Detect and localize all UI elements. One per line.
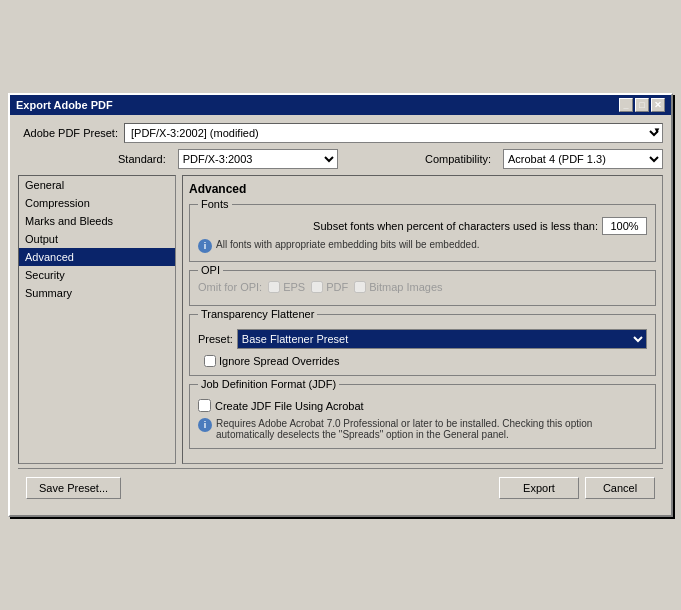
fonts-percent-input[interactable]: [602, 217, 647, 235]
jdf-info-icon: i: [198, 418, 212, 432]
standard-select[interactable]: PDF/X-3:2003: [178, 149, 338, 169]
bottom-bar: Save Preset... Export Cancel: [18, 468, 663, 507]
compatibility-select[interactable]: Acrobat 4 (PDF 1.3): [503, 149, 663, 169]
opi-eps-checkbox[interactable]: [268, 281, 280, 293]
jdf-group-title: Job Definition Format (JDF): [198, 378, 339, 390]
jdf-info-text: Requires Adobe Acrobat 7.0 Professional …: [216, 418, 647, 440]
tf-select-wrapper: Base Flattener Preset: [237, 329, 647, 349]
opi-bitmap-item: Bitmap Images: [354, 281, 442, 293]
dialog-content: Adobe PDF Preset: [PDF/X-3:2002] (modifi…: [10, 115, 671, 515]
opi-bitmap-checkbox[interactable]: [354, 281, 366, 293]
opi-omit-label: Omit for OPI:: [198, 281, 262, 293]
opi-bitmap-label: Bitmap Images: [369, 281, 442, 293]
export-pdf-dialog: Export Adobe PDF _ □ ✕ Adobe PDF Preset:…: [8, 93, 673, 517]
sidebar-item-advanced[interactable]: Advanced: [19, 248, 175, 266]
compatibility-label: Compatibility:: [425, 153, 491, 165]
preset-row: Adobe PDF Preset: [PDF/X-3:2002] (modifi…: [18, 123, 663, 143]
sidebar-item-summary[interactable]: Summary: [19, 284, 175, 302]
opi-content: Omit for OPI: EPS PDF Bitmap Images: [198, 277, 647, 297]
content-panel: Advanced Fonts Subset fonts when percent…: [182, 175, 663, 464]
opi-pdf-label: PDF: [326, 281, 348, 293]
right-buttons: Export Cancel: [499, 477, 655, 499]
sidebar-item-compression[interactable]: Compression: [19, 194, 175, 212]
tf-preset-select[interactable]: Base Flattener Preset: [237, 329, 647, 349]
sidebar-item-security[interactable]: Security: [19, 266, 175, 284]
title-bar-buttons: _ □ ✕: [619, 98, 665, 112]
opi-group-title: OPI: [198, 264, 223, 276]
sidebar-item-marks-and-bleeds[interactable]: Marks and Bleeds: [19, 212, 175, 230]
standard-label: Standard:: [118, 153, 166, 165]
tf-ignore-row: Ignore Spread Overrides: [204, 355, 647, 367]
title-bar: Export Adobe PDF _ □ ✕: [10, 95, 671, 115]
main-area: General Compression Marks and Bleeds Out…: [18, 175, 663, 464]
dialog-title: Export Adobe PDF: [16, 99, 113, 111]
fonts-row: Subset fonts when percent of characters …: [198, 217, 647, 235]
fonts-info-text: All fonts with appropriate embedding bit…: [216, 239, 480, 250]
sidebar: General Compression Marks and Bleeds Out…: [18, 175, 176, 464]
tf-preset-label: Preset:: [198, 333, 233, 345]
opi-pdf-item: PDF: [311, 281, 348, 293]
tf-ignore-label: Ignore Spread Overrides: [219, 355, 339, 367]
std-compat-row: Standard: PDF/X-3:2003 Compatibility: Ac…: [18, 149, 663, 169]
opi-eps-label: EPS: [283, 281, 305, 293]
jdf-info-row: i Requires Adobe Acrobat 7.0 Professiona…: [198, 418, 647, 440]
sidebar-item-output[interactable]: Output: [19, 230, 175, 248]
compatibility-select-wrapper: Acrobat 4 (PDF 1.3): [503, 149, 663, 169]
fonts-info-icon: i: [198, 239, 212, 253]
preset-label: Adobe PDF Preset:: [18, 127, 118, 139]
tf-preset-row: Preset: Base Flattener Preset: [198, 329, 647, 349]
jdf-create-label: Create JDF File Using Acrobat: [215, 400, 364, 412]
transparency-group: Transparency Flattener Preset: Base Flat…: [189, 314, 656, 376]
opi-eps-item: EPS: [268, 281, 305, 293]
cancel-button[interactable]: Cancel: [585, 477, 655, 499]
jdf-group: Job Definition Format (JDF) Create JDF F…: [189, 384, 656, 449]
tf-ignore-checkbox[interactable]: [204, 355, 216, 367]
fonts-subset-label: Subset fonts when percent of characters …: [313, 220, 598, 232]
standard-select-wrapper: PDF/X-3:2003: [178, 149, 338, 169]
close-button[interactable]: ✕: [651, 98, 665, 112]
jdf-create-checkbox[interactable]: [198, 399, 211, 412]
export-button[interactable]: Export: [499, 477, 579, 499]
save-preset-button[interactable]: Save Preset...: [26, 477, 121, 499]
transparency-group-title: Transparency Flattener: [198, 308, 317, 320]
jdf-create-row: Create JDF File Using Acrobat: [198, 399, 647, 412]
opi-pdf-checkbox[interactable]: [311, 281, 323, 293]
sidebar-item-general[interactable]: General: [19, 176, 175, 194]
preset-select[interactable]: [PDF/X-3:2002] (modified): [124, 123, 663, 143]
fonts-group-title: Fonts: [198, 198, 232, 210]
panel-title: Advanced: [189, 182, 656, 196]
opi-group: OPI Omit for OPI: EPS PDF: [189, 270, 656, 306]
maximize-button[interactable]: □: [635, 98, 649, 112]
preset-select-wrapper: [PDF/X-3:2002] (modified): [124, 123, 663, 143]
minimize-button[interactable]: _: [619, 98, 633, 112]
fonts-group: Fonts Subset fonts when percent of chara…: [189, 204, 656, 262]
fonts-info-row: i All fonts with appropriate embedding b…: [198, 239, 647, 253]
